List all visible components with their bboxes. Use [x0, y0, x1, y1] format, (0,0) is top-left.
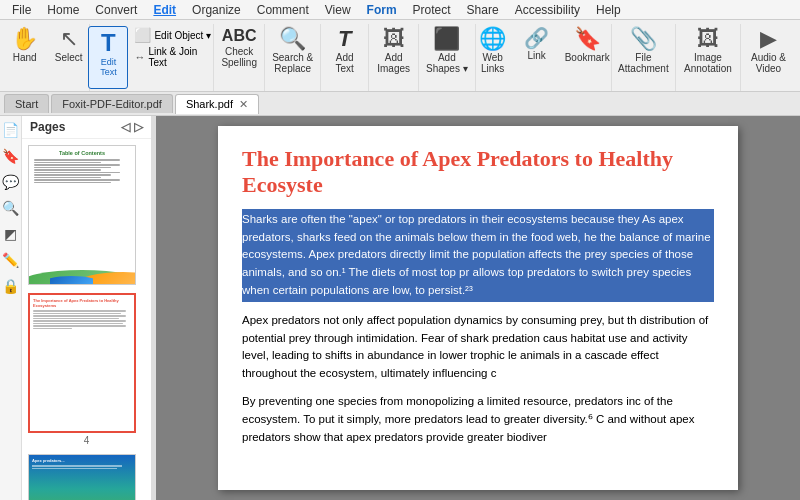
tab-close-button[interactable]: ✕: [239, 98, 248, 111]
link-button[interactable]: 🔗 Link: [517, 26, 557, 63]
hand-button[interactable]: ✋ Hand: [5, 26, 45, 65]
ribbon-group-add-shapes: ⬛ AddShapes ▾: [419, 24, 475, 91]
link-join-label: Link & JoinText: [148, 46, 197, 68]
web-links-icon: 🌐: [479, 28, 506, 50]
ribbon-group-links: 🌐 WebLinks 🔗 Link 🔖 Bookmark: [476, 24, 612, 91]
check-spelling-button[interactable]: ABC CheckSpelling: [217, 26, 261, 70]
sidebar-search-icon[interactable]: 🔍: [0, 198, 21, 218]
ribbon-group-spelling: ABC CheckSpelling: [214, 24, 265, 91]
menu-file[interactable]: File: [4, 1, 39, 19]
pages-header: Pages ◁ ▷: [22, 116, 151, 139]
select-label: Select: [55, 52, 83, 63]
menu-view[interactable]: View: [317, 1, 359, 19]
tab-start-label: Start: [15, 98, 38, 110]
ribbon-group-edit-text: T EditText ⬜ Edit Object ▾ ↔ Link & Join…: [90, 24, 214, 91]
paragraph-1: Apex predators not only affect populatio…: [242, 312, 714, 383]
sidebar-pages-icon[interactable]: 📄: [0, 120, 21, 140]
bookmark-icon: 🔖: [574, 28, 601, 50]
menu-convert[interactable]: Convert: [87, 1, 145, 19]
edit-text-icon: T: [101, 31, 116, 55]
spelling-icon: ABC: [222, 28, 257, 44]
add-shapes-button[interactable]: ⬛ AddShapes ▾: [422, 26, 472, 76]
menu-organize[interactable]: Organize: [184, 1, 249, 19]
ribbon-group-audio-video: ▶ Audio &Video: [741, 24, 796, 91]
menu-accessibility[interactable]: Accessibility: [507, 1, 588, 19]
thumb-toc: Table of Contents: [28, 145, 136, 285]
spelling-label: CheckSpelling: [221, 46, 257, 68]
select-icon: ↖: [60, 28, 78, 50]
tab-shark[interactable]: Shark.pdf ✕: [175, 94, 259, 114]
image-annotation-button[interactable]: 🖼 ImageAnnotation: [680, 26, 736, 76]
menu-bar: File Home Convert Edit Organize Comment …: [0, 0, 800, 20]
document-title: The Importance of Apex Predators to Heal…: [242, 146, 714, 199]
search-replace-label: Search &Replace: [272, 52, 313, 74]
thumb-5: Apex predators...: [28, 454, 136, 500]
web-links-button[interactable]: 🌐 WebLinks: [473, 26, 513, 76]
add-text-icon: T: [338, 28, 351, 50]
edit-text-label: EditText: [100, 57, 117, 77]
tab-bar: Start Foxit-PDF-Editor.pdf Shark.pdf ✕: [0, 92, 800, 116]
add-images-icon: 🖼: [383, 28, 405, 50]
menu-protect[interactable]: Protect: [405, 1, 459, 19]
menu-form[interactable]: Form: [359, 1, 405, 19]
highlighted-text: Sharks are often the "apex" or top preda…: [242, 209, 714, 302]
file-attachment-button[interactable]: 📎 FileAttachment: [614, 26, 673, 76]
page-thumb-toc[interactable]: Table of Contents: [28, 145, 145, 285]
add-text-label: AddText: [335, 52, 353, 74]
ribbon: ✋ Hand ↖ Select T EditText ⬜ Edit Object…: [0, 20, 800, 92]
menu-share[interactable]: Share: [459, 1, 507, 19]
tab-foxit[interactable]: Foxit-PDF-Editor.pdf: [51, 94, 173, 113]
menu-home[interactable]: Home: [39, 1, 87, 19]
link-join-icon: ↔: [134, 51, 145, 63]
edit-object-label: Edit Object ▾: [154, 30, 211, 41]
paragraph-2: By preventing one species from monopoliz…: [242, 393, 714, 446]
menu-comment[interactable]: Comment: [249, 1, 317, 19]
pages-forward-icon[interactable]: ▷: [134, 120, 143, 134]
tab-start[interactable]: Start: [4, 94, 49, 113]
menu-edit[interactable]: Edit: [145, 1, 184, 19]
edit-object-icon: ⬜: [134, 27, 151, 43]
page-thumb-4[interactable]: The Importance of Apex Predators to Heal…: [28, 293, 145, 446]
web-links-label: WebLinks: [481, 52, 504, 74]
menu-help[interactable]: Help: [588, 1, 629, 19]
pages-back-icon[interactable]: ◁: [121, 120, 130, 134]
thumb-4: The Importance of Apex Predators to Heal…: [28, 293, 136, 433]
link-icon: 🔗: [524, 28, 549, 48]
search-replace-button[interactable]: 🔍 Search &Replace: [268, 26, 317, 76]
link-label: Link: [527, 50, 545, 61]
sidebar-comments-icon[interactable]: 💬: [0, 172, 21, 192]
page-thumb-5[interactable]: Apex predators...: [28, 454, 145, 500]
image-annotation-label: ImageAnnotation: [684, 52, 732, 74]
image-annotation-icon: 🖼: [697, 28, 719, 50]
ribbon-group-add-images: 🖼 AddImages: [369, 24, 419, 91]
page-4-label: 4: [28, 435, 145, 446]
tab-shark-label: Shark.pdf: [186, 98, 233, 110]
pages-title: Pages: [30, 120, 65, 134]
sidebar-bookmarks-icon[interactable]: 🔖: [0, 146, 21, 166]
add-text-button[interactable]: T AddText: [325, 26, 365, 76]
ribbon-group-search: 🔍 Search &Replace: [265, 24, 321, 91]
audio-video-icon: ▶: [760, 28, 777, 50]
edit-object-button[interactable]: ⬜ Edit Object ▾: [130, 26, 215, 44]
pages-scroll[interactable]: Table of Contents: [22, 139, 151, 500]
link-join-button[interactable]: ↔ Link & JoinText: [130, 45, 215, 69]
sidebar-security-icon[interactable]: 🔒: [0, 276, 21, 296]
search-replace-icon: 🔍: [279, 28, 306, 50]
select-button[interactable]: ↖ Select: [49, 26, 89, 65]
sidebar-edit-icon[interactable]: ✏️: [0, 250, 21, 270]
main-area: 📄 🔖 💬 🔍 ◩ ✏️ 🔒 Pages ◁ ▷ Table of Conten…: [0, 116, 800, 500]
add-shapes-label: AddShapes ▾: [426, 52, 468, 74]
document-area: The Importance of Apex Predators to Heal…: [156, 116, 800, 500]
ribbon-group-add-text: T AddText: [321, 24, 369, 91]
sidebar-layers-icon[interactable]: ◩: [2, 224, 19, 244]
sidebar-icons: 📄 🔖 💬 🔍 ◩ ✏️ 🔒: [0, 116, 22, 500]
edit-text-button[interactable]: T EditText: [88, 26, 128, 89]
pages-panel: Pages ◁ ▷ Table of Contents: [22, 116, 152, 500]
bookmark-label: Bookmark: [565, 52, 610, 63]
ribbon-group-file-attachment: 📎 FileAttachment: [612, 24, 676, 91]
bookmark-button[interactable]: 🔖 Bookmark: [561, 26, 614, 65]
ribbon-group-hand-select: ✋ Hand ↖ Select: [4, 24, 90, 91]
add-images-button[interactable]: 🖼 AddImages: [373, 26, 414, 76]
document-page: The Importance of Apex Predators to Heal…: [218, 126, 738, 490]
audio-video-button[interactable]: ▶ Audio &Video: [747, 26, 790, 76]
